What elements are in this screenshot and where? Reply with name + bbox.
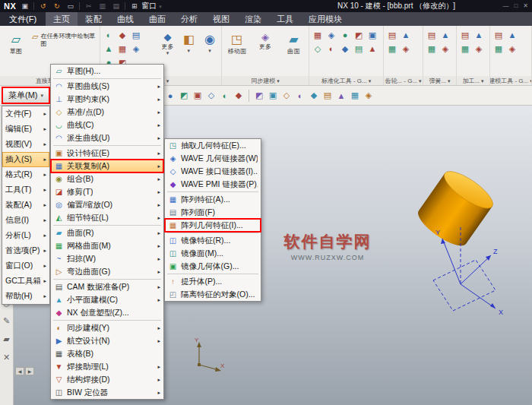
- tool-icon[interactable]: ◆: [232, 89, 245, 103]
- insert-menu-item[interactable]: ▣设计特征(E)▸: [51, 147, 163, 160]
- datum-plane-outline[interactable]: [433, 260, 496, 311]
- brush-icon[interactable]: [2, 334, 12, 344]
- insert-menu-item[interactable]: ▱草图(H)...: [51, 65, 163, 78]
- redo-icon[interactable]: [52, 0, 62, 12]
- scroll-left-ic on[interactable]: [15, 367, 24, 375]
- ribbon-tab-2[interactable]: 装配: [78, 12, 109, 26]
- main-menu-item[interactable]: 装配(A)▸: [2, 198, 49, 213]
- assoc-copy-menu-item[interactable]: ◰隔离特征的对象(O)...: [165, 288, 261, 301]
- assoc-copy-menu-item[interactable]: ▦阵列几何特征(I)...: [165, 219, 261, 232]
- minimize-icon[interactable]: [502, 0, 508, 12]
- close-icon[interactable]: [523, 0, 528, 12]
- insert-menu-item[interactable]: ~扫掠(W)▸: [51, 252, 163, 265]
- ribbon-tab-9[interactable]: 应用模块: [301, 12, 350, 26]
- tool-icon[interactable]: ▤: [129, 28, 143, 42]
- tool-icon[interactable]: ◈: [505, 42, 519, 55]
- ribbon-tab-6[interactable]: 视图: [205, 12, 237, 26]
- sync-more-button[interactable]: 更多: [252, 28, 278, 50]
- main-menu-item[interactable]: 首选项(P)▸: [2, 243, 49, 258]
- pencil-icon[interactable]: [2, 315, 12, 326]
- tool-icon[interactable]: ◇: [204, 89, 218, 103]
- tool-icon[interactable]: ▲: [472, 28, 486, 42]
- tool-icon[interactable]: ◩: [352, 28, 366, 42]
- tool-icon[interactable]: ◈: [472, 42, 486, 55]
- print-icon[interactable]: [65, 0, 75, 12]
- tool-icon[interactable]: ◈: [325, 28, 338, 42]
- tool-icon[interactable]: ◩: [177, 89, 191, 103]
- insert-menu-item[interactable]: ▦网格曲面(M)▸: [51, 239, 163, 252]
- x-axis-line[interactable]: [461, 284, 496, 308]
- more-button[interactable]: 更多: [158, 28, 178, 55]
- z-axis-line[interactable]: [461, 255, 491, 284]
- insert-menu-item[interactable]: ◭细节特征(L)▸: [51, 211, 163, 224]
- main-menu-item[interactable]: 信息(I)▸: [2, 213, 49, 228]
- tool-icon[interactable]: ▲: [399, 28, 413, 42]
- main-menu-item[interactable]: 窗口(O)▸: [2, 258, 49, 274]
- tool-icon[interactable]: ▤: [385, 28, 399, 42]
- insert-menu-item[interactable]: ◇基准/点(D)▸: [51, 106, 163, 119]
- insert-menu-item[interactable]: ▤CAM 数据准备(P)▸: [51, 280, 163, 293]
- tool-icon[interactable]: ▲: [439, 28, 452, 42]
- insert-menu-item[interactable]: ◎偏置/缩放(O)▸: [51, 198, 163, 211]
- assoc-copy-menu-item[interactable]: ◳抽取几何特征(E)...: [165, 139, 261, 152]
- assoc-copy-menu-item[interactable]: ▦阵列特征(A)...: [165, 193, 261, 206]
- tool-icon[interactable]: ▦: [311, 28, 325, 42]
- insert-menu-item[interactable]: ▷弯边曲面(G)▸: [51, 265, 163, 278]
- ribbon-group-label[interactable]: 弹簧...▾: [423, 76, 457, 85]
- assoc-copy-menu-item[interactable]: ◈WAVE 几何链接器(W)...: [165, 152, 261, 165]
- undo-icon[interactable]: [38, 0, 48, 12]
- main-menu-item[interactable]: 文件(F)▸: [2, 106, 49, 122]
- tool-icon[interactable]: ▲: [102, 42, 116, 55]
- tool-icon[interactable]: ◆: [307, 89, 321, 103]
- main-menu-item[interactable]: GC工具箱▸: [2, 274, 49, 289]
- tool-icon[interactable]: ▤: [352, 42, 366, 55]
- insert-menu-item[interactable]: ⊥草图约束(K)▸: [51, 93, 163, 106]
- tool-icon[interactable]: ◆: [338, 42, 352, 55]
- scroll-right-icon[interactable]: [25, 367, 34, 375]
- tool-icon[interactable]: ▦: [385, 42, 399, 55]
- tool-icon[interactable]: ▦: [492, 42, 505, 55]
- ribbon-group-label[interactable]: 加工...▾: [457, 76, 490, 85]
- tool-icon[interactable]: ●: [163, 89, 177, 103]
- tool-icon[interactable]: ◆: [116, 28, 129, 42]
- window-menu-button[interactable]: 窗口: [129, 0, 162, 12]
- y-axis-line[interactable]: [442, 239, 461, 284]
- cut-icon[interactable]: [84, 0, 93, 12]
- close-icon[interactable]: [2, 352, 12, 362]
- tool-icon[interactable]: ▣: [191, 89, 204, 103]
- ribbon-tab-3[interactable]: 曲线: [109, 12, 141, 26]
- tool-icon[interactable]: ▣: [266, 89, 280, 103]
- maximize-icon[interactable]: [514, 0, 518, 12]
- tool-icon[interactable]: ▦: [425, 42, 439, 55]
- ribbon-group-label[interactable]: 标准化工具 - G...▾: [309, 76, 384, 85]
- tool-icon[interactable]: ◐: [102, 28, 116, 42]
- tool-icon[interactable]: ◐: [293, 89, 307, 103]
- save-icon[interactable]: [20, 0, 30, 12]
- ribbon-group-label[interactable]: 建模工具 - G...▾: [490, 76, 532, 85]
- surface-button[interactable]: 曲面: [280, 28, 307, 55]
- assoc-copy-menu-item[interactable]: ▣镜像几何体(G)...: [165, 260, 261, 273]
- tool-icon[interactable]: ▤: [458, 28, 472, 42]
- tool-icon[interactable]: ◇: [311, 42, 325, 55]
- ribbon-group-label[interactable]: 同步建模▾: [222, 76, 309, 85]
- ribbon-tab-1[interactable]: 主页: [46, 12, 78, 26]
- main-menu-item[interactable]: 插入(S)▸: [2, 152, 49, 167]
- insert-menu-item[interactable]: ▲小平面建模(C)▸: [51, 293, 163, 306]
- main-menu-item[interactable]: 帮助(H)▸: [2, 289, 49, 304]
- menu-button[interactable]: 菜单(M): [2, 87, 49, 103]
- main-menu-item[interactable]: 视图(V)▸: [2, 137, 49, 152]
- insert-menu-item[interactable]: ▶航空设计(N)▸: [51, 334, 163, 347]
- assoc-copy-menu-item[interactable]: ◫镜像面(M)...: [165, 247, 261, 260]
- tool-icon[interactable]: ◈: [439, 42, 452, 55]
- tool-icon[interactable]: ◈: [129, 42, 143, 55]
- insert-menu-item[interactable]: ▦表格(B): [51, 347, 163, 360]
- tool-icon[interactable]: ▣: [366, 28, 379, 42]
- tool-icon[interactable]: ▤: [492, 28, 505, 42]
- insert-menu-item[interactable]: ▼焊接助理(L)▸: [51, 360, 163, 373]
- revolve-button[interactable]: [200, 28, 220, 53]
- tool-icon[interactable]: ◈: [399, 42, 413, 55]
- assoc-copy-menu-item[interactable]: ◇WAVE 接口链接器(I)...: [165, 165, 261, 178]
- tool-icon[interactable]: ●: [338, 28, 352, 42]
- ribbon-group-label[interactable]: 齿轮... - G...▾: [384, 76, 423, 85]
- paste-icon[interactable]: [111, 0, 121, 12]
